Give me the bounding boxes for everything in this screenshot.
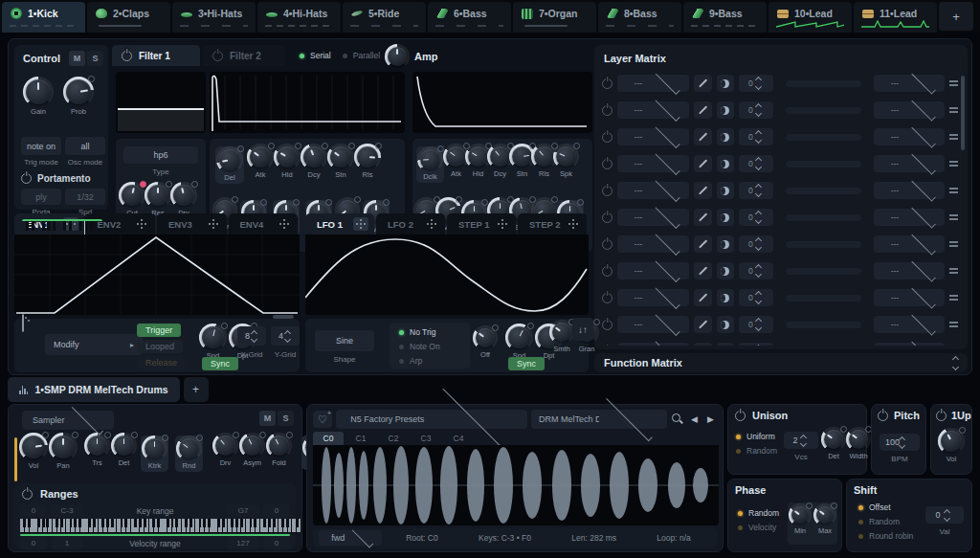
drag-assign-icon[interactable] [206,217,221,231]
matrix-dest-select[interactable]: --- [874,128,945,145]
piano-black-key[interactable] [268,519,271,527]
knob-vol[interactable]: Vol [22,435,45,470]
piano-black-key[interactable] [74,519,77,527]
matrix-dest-select[interactable]: --- [874,343,945,346]
mod-tab-lfo-2[interactable]: LFO 2 [376,213,445,234]
key-range-lo-note[interactable]: C-3 [51,504,83,517]
matrix-options-icon[interactable] [949,80,958,85]
vel-range-lo-val[interactable]: 1 [51,537,83,549]
env-display[interactable] [14,234,300,315]
piano-black-key[interactable] [203,519,206,527]
matrix-value-stepper[interactable]: 0 [739,182,773,199]
voices-stepper[interactable]: 2 [784,432,818,449]
porta-spd-field[interactable]: 1/32 [65,189,105,205]
piano-black-key[interactable] [106,519,109,527]
matrix-value-stepper[interactable]: 0 [739,155,773,172]
piano-black-key[interactable] [296,519,299,527]
oneup-vol-knob[interactable]: Vol [941,431,962,463]
radio-option-arp[interactable]: Arp [399,356,470,366]
filter1-power-icon[interactable] [122,51,132,61]
matrix-dest-select[interactable]: --- [874,235,945,253]
matrix-curve-icon[interactable] [694,316,711,333]
knob-asym[interactable]: Asym [242,435,262,467]
piano-black-key[interactable] [23,519,26,527]
knob-off[interactable]: Off [476,328,495,359]
shift-val-stepper[interactable]: 0 [925,506,964,524]
matrix-dest-select[interactable]: --- [874,182,945,199]
knob-fold[interactable]: Fold [269,435,289,467]
filter-type-select[interactable]: hp6 [123,146,198,164]
matrix-source-select[interactable]: --- [617,316,689,333]
radio-option-serial[interactable]: Serial [300,51,331,60]
piano-black-key[interactable] [144,519,146,527]
bpm-stepper[interactable]: 100 [880,434,920,451]
radio-option-round-robin[interactable]: Round robin [858,531,913,541]
piano-black-key[interactable] [78,519,81,527]
matrix-curve-icon[interactable] [694,101,711,119]
next-preset-button[interactable]: ▶ [704,412,717,427]
portamento-power-icon[interactable] [21,173,32,184]
env-mode-looped[interactable]: Looped [137,340,183,353]
knob-cut[interactable]: Cut [122,185,143,217]
piano-black-key[interactable] [121,519,123,527]
env-mode-release[interactable]: Release [137,356,186,369]
layer-tab-9-bass[interactable]: 9•Bass [683,2,767,33]
radio-option-velocity[interactable]: Velocity [738,523,779,532]
matrix-options-icon[interactable] [949,241,958,246]
matrix-dest-select[interactable]: --- [874,289,945,306]
matrix-amount-knob[interactable] [717,235,734,253]
vel-range-hi-val[interactable]: 127 [227,537,259,549]
knob-smth[interactable]: Smth [552,323,571,353]
piano-black-key[interactable] [240,519,243,527]
matrix-amount-knob[interactable] [717,316,734,333]
drag-assign-icon[interactable] [277,217,292,231]
sampler-mute-button[interactable]: M [259,411,276,426]
piano-black-key[interactable] [124,519,127,527]
piano-black-key[interactable] [231,519,234,527]
layer-tab-5-ride[interactable]: 5•Ride [343,2,426,33]
matrix-source-select[interactable]: --- [617,155,689,172]
piano-black-key[interactable] [42,519,45,527]
mute-button[interactable]: M [69,51,85,66]
mod-tab-env4[interactable]: ENV4 [229,213,299,234]
matrix-dest-select[interactable]: --- [874,262,945,279]
zone-tab-c1[interactable]: C1 [345,432,376,445]
play-direction-select[interactable]: fwd [319,530,382,546]
knob-hld[interactable]: Hld [468,146,488,178]
radio-option-no-trig[interactable]: No Trig [399,327,470,337]
matrix-curve-icon[interactable] [694,343,711,346]
layer-tab-2-claps[interactable]: 2•Claps [87,2,170,33]
dice-random-icon[interactable] [22,314,24,332]
matrix-curve-icon[interactable] [694,262,711,279]
matrix-amount-knob[interactable] [717,182,734,199]
filter2-tab[interactable]: Filter 2 [203,45,285,66]
radio-option-offset[interactable]: Offset [858,502,913,512]
piano-black-key[interactable] [235,519,238,527]
knob-stn[interactable]: Stn [330,146,351,179]
knob-rls[interactable]: Rls [534,146,554,178]
layer-tab-1-kick[interactable]: 1•Kick [2,2,85,33]
drag-assign-icon[interactable] [353,217,368,231]
mod-tab-step-2[interactable]: STEP 2 [518,213,587,234]
matrix-amount-slider[interactable] [786,322,862,328]
piano-black-key[interactable] [46,519,49,527]
matrix-value-stepper[interactable]: 0 [739,75,773,92]
matrix-options-icon[interactable] [949,322,958,326]
filter2-power-icon[interactable] [212,51,223,61]
matrix-row-power-icon[interactable] [602,78,612,89]
knob-max[interactable]: Max [816,506,834,535]
filter1-tab[interactable]: Filter 1 [112,45,200,66]
matrix-value-stepper[interactable]: 0 [739,262,773,279]
drag-assign-icon[interactable] [424,217,439,231]
matrix-row-power-icon[interactable] [602,239,612,250]
matrix-dest-select[interactable]: --- [874,75,945,92]
matrix-dest-select[interactable]: --- [874,209,945,226]
matrix-curve-icon[interactable] [694,235,711,253]
matrix-amount-slider[interactable] [786,134,862,141]
matrix-amount-knob[interactable] [717,155,734,172]
piano-black-key[interactable] [281,519,284,527]
preset-select[interactable]: DRM MelTech Drums 4 [531,410,667,429]
radio-option-random[interactable]: Random [858,517,913,526]
matrix-value-stepper[interactable]: 0 [739,235,773,253]
matrix-source-select[interactable]: --- [617,343,689,346]
